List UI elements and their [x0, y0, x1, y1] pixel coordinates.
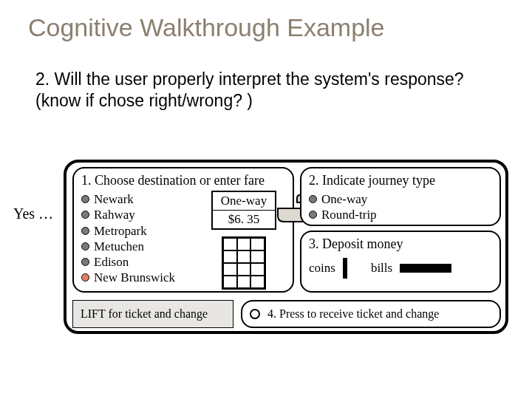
radio-icon — [81, 273, 89, 282]
radio-icon — [81, 211, 89, 219]
radio-icon — [309, 211, 317, 219]
panel3-title: 3. Deposit money — [309, 236, 492, 252]
lift-tray[interactable]: LIFT for ticket and change — [72, 300, 233, 328]
radio-icon — [81, 195, 89, 203]
panel-destination: 1. Choose destination or enter fare Newa… — [72, 167, 294, 293]
kiosk-frame: 1. Choose destination or enter fare Newa… — [64, 160, 508, 334]
panel-journey-type: 2. Indicate journey type One-way Round-t… — [300, 167, 501, 226]
yes-annotation: Yes … — [13, 205, 53, 222]
fare-display: One-way $6. 35 — [211, 191, 276, 230]
radio-icon — [81, 227, 89, 235]
panel1-title: 1. Choose destination or enter fare — [81, 173, 285, 188]
fare-type: One-way — [213, 192, 275, 211]
journey-option[interactable]: Round-trip — [309, 207, 492, 222]
bills-label: bills — [371, 261, 392, 276]
journey-option[interactable]: One-way — [309, 191, 492, 207]
bill-slot-icon[interactable] — [400, 264, 451, 273]
fare-amount: $6. 35 — [213, 211, 275, 228]
coins-label: coins — [309, 261, 335, 276]
panel4-text: 4. Press to receive ticket and change — [267, 307, 439, 321]
panel-press-receive: 4. Press to receive ticket and change — [241, 300, 501, 328]
slide-title: Cognitive Walkthrough Example — [0, 0, 532, 50]
dispense-button[interactable] — [250, 309, 260, 319]
panel2-title: 2. Indicate journey type — [309, 173, 492, 188]
radio-icon — [81, 242, 89, 250]
panel-deposit: 3. Deposit money coins bills — [300, 231, 501, 293]
radio-icon — [309, 195, 317, 203]
walkthrough-question: 2. Will the user properly interpret the … — [0, 50, 532, 125]
numeric-keypad[interactable] — [222, 236, 266, 290]
lift-label: LIFT for ticket and change — [81, 307, 208, 321]
coin-slot-icon[interactable] — [343, 258, 347, 279]
radio-icon — [81, 258, 89, 266]
